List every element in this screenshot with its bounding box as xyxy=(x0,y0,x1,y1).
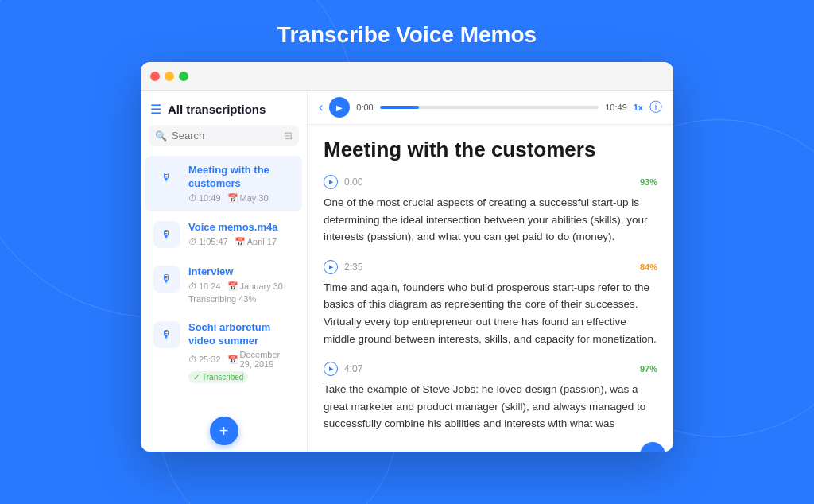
time-end: 10:49 xyxy=(605,103,627,112)
checkmark-icon: ✓ xyxy=(193,373,200,382)
item-icon: 🎙 xyxy=(153,266,180,293)
content-title: Meeting with the customers xyxy=(324,138,657,162)
main-layout: ☰ All transcriptions 🔍 ⊟ 🎙 Meeting with … xyxy=(141,91,673,452)
item-meta: ⏱ 10:24 📅 January 30 xyxy=(188,281,294,292)
back-button[interactable]: ‹ xyxy=(319,100,323,114)
sidebar: ☰ All transcriptions 🔍 ⊟ 🎙 Meeting with … xyxy=(141,91,308,452)
sidebar-title: All transcriptions xyxy=(168,103,266,116)
segment-meta: ▶ 4:07 97% xyxy=(324,362,657,376)
menu-icon: ☰ xyxy=(150,102,161,117)
item-duration: ⏱ 10:24 xyxy=(188,281,221,291)
item-date: 📅 April 17 xyxy=(235,237,277,247)
content-top-bar: ‹ ▶ 0:00 10:49 1x ⓘ xyxy=(308,91,673,125)
sidebar-header: ☰ All transcriptions xyxy=(141,91,307,125)
segment-meta: ▶ 0:00 93% xyxy=(324,175,657,189)
item-duration: ⏱ 25:32 xyxy=(188,355,221,364)
app-window: ☰ All transcriptions 🔍 ⊟ 🎙 Meeting with … xyxy=(141,62,673,452)
search-icon: 🔍 xyxy=(155,130,167,142)
mini-play-button[interactable]: ▶ xyxy=(324,175,338,189)
segment-text: One of the most crucial aspects of creat… xyxy=(324,194,657,246)
content-body: Meeting with the customers ▶ 0:00 93% On… xyxy=(308,125,673,452)
progress-track[interactable] xyxy=(380,106,599,109)
item-info: Interview ⏱ 10:24 📅 January 30 Transcrib… xyxy=(188,266,294,304)
time-start: 0:00 xyxy=(356,103,373,112)
search-bar[interactable]: 🔍 ⊟ xyxy=(149,125,299,146)
segment-confidence: 97% xyxy=(640,364,657,374)
segment-meta: ▶ 2:35 84% xyxy=(324,260,657,274)
item-icon: 🎙 xyxy=(153,321,180,348)
add-button[interactable]: + xyxy=(210,417,238,445)
item-meta: ⏱ 10:49 📅 May 30 xyxy=(188,193,294,204)
segment-text: Take the example of Steve Jobs: he loved… xyxy=(324,381,657,432)
item-meta: ⏱ 25:32 📅 December 29, 2019 xyxy=(188,350,294,369)
list-item[interactable]: 🎙 Sochi arboretum video summer ⏱ 25:32 📅… xyxy=(145,313,302,392)
item-info: Meeting with the customers ⏱ 10:49 📅 May… xyxy=(188,164,294,204)
item-icon: 🎙 xyxy=(153,164,180,191)
search-input[interactable] xyxy=(172,130,279,142)
item-icon: 🎙 xyxy=(153,221,180,248)
segment-confidence: 84% xyxy=(640,262,657,272)
info-button[interactable]: ⓘ xyxy=(649,99,662,116)
traffic-lights xyxy=(150,72,188,81)
title-bar xyxy=(141,62,673,91)
item-date: 📅 December 29, 2019 xyxy=(227,350,294,369)
content-area: ‹ ▶ 0:00 10:49 1x ⓘ Meeting with the cus… xyxy=(308,91,673,452)
segment-confidence: 93% xyxy=(640,177,657,187)
item-info: Sochi arboretum video summer ⏱ 25:32 📅 D… xyxy=(188,321,294,384)
segment-time: 0:00 xyxy=(344,176,362,188)
speed-button[interactable]: 1x xyxy=(634,103,643,112)
item-date: 📅 May 30 xyxy=(227,193,269,204)
play-button[interactable]: ▶ xyxy=(329,97,350,118)
segment-text: Time and again, founders who build prosp… xyxy=(324,279,657,347)
traffic-light-yellow[interactable] xyxy=(165,72,174,81)
segment-time: 4:07 xyxy=(344,363,362,374)
item-name: Sochi arboretum video summer xyxy=(188,321,294,348)
item-duration: ⏱ 1:05:47 xyxy=(188,237,228,246)
traffic-light-green[interactable] xyxy=(179,72,188,81)
item-duration: ⏱ 10:49 xyxy=(188,193,221,203)
transcript-segment: ▶ 0:00 93% One of the most crucial aspec… xyxy=(324,175,657,246)
traffic-light-red[interactable] xyxy=(150,72,160,81)
item-info: Voice memos.m4a ⏱ 1:05:47 📅 April 17 xyxy=(188,221,294,247)
mini-play-button[interactable]: ▶ xyxy=(324,362,338,376)
transcript-segment: ▶ 4:07 97% Take the example of Steve Job… xyxy=(324,362,657,432)
mini-play-button[interactable]: ▶ xyxy=(324,260,338,274)
filter-icon[interactable]: ⊟ xyxy=(284,130,293,142)
list-item[interactable]: 🎙 Interview ⏱ 10:24 📅 January 30 Transcr… xyxy=(145,258,302,312)
status-transcribing: Transcribing 43% xyxy=(188,294,294,304)
segment-time: 2:35 xyxy=(344,262,362,273)
item-name: Voice memos.m4a xyxy=(188,221,294,235)
list-item[interactable]: 🎙 Meeting with the customers ⏱ 10:49 📅 M… xyxy=(145,156,302,211)
transcript-segment: ▶ 2:35 84% Time and again, founders who … xyxy=(324,260,657,347)
status-transcribed: ✓ Transcribed xyxy=(188,371,248,383)
player-bar: ▶ 0:00 10:49 1x xyxy=(329,97,643,118)
item-meta: ⏱ 1:05:47 📅 April 17 xyxy=(188,237,294,247)
list-items: 🎙 Meeting with the customers ⏱ 10:49 📅 M… xyxy=(141,154,307,412)
item-name: Interview xyxy=(188,266,294,279)
item-name: Meeting with the customers xyxy=(188,164,294,191)
list-item[interactable]: 🎙 Voice memos.m4a ⏱ 1:05:47 📅 April 17 xyxy=(145,213,302,256)
item-date: 📅 January 30 xyxy=(227,281,283,292)
page-title: Transcribe Voice Memos xyxy=(277,22,537,48)
progress-fill xyxy=(380,106,420,109)
